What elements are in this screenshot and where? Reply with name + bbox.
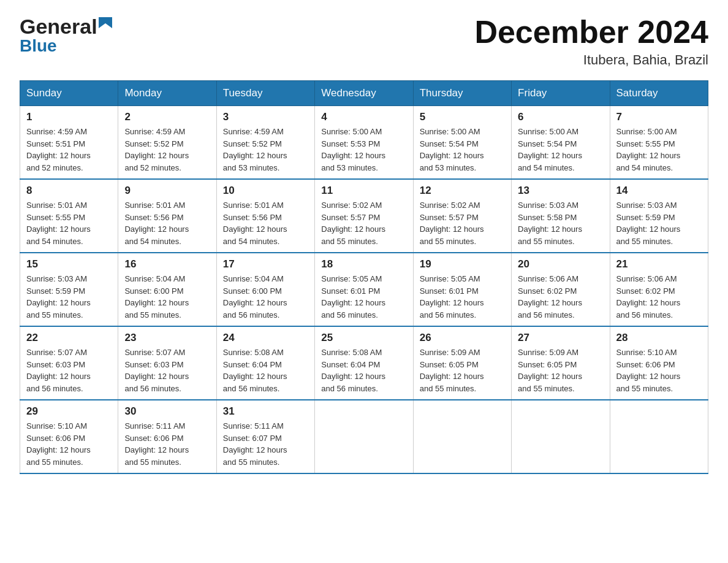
day-number: 22	[26, 332, 112, 344]
day-info: Sunrise: 5:11 AM Sunset: 6:06 PM Dayligh…	[124, 420, 210, 468]
day-info: Sunrise: 5:00 AM Sunset: 5:55 PM Dayligh…	[616, 126, 702, 174]
day-info: Sunrise: 5:00 AM Sunset: 5:53 PM Dayligh…	[321, 126, 406, 174]
logo-blue-text: Blue	[20, 36, 57, 55]
day-number: 12	[420, 185, 505, 197]
day-number: 4	[321, 111, 406, 123]
day-info: Sunrise: 5:10 AM Sunset: 6:06 PM Dayligh…	[616, 347, 702, 394]
table-row: 1Sunrise: 4:59 AM Sunset: 5:51 PM Daylig…	[20, 106, 118, 180]
day-info: Sunrise: 5:03 AM Sunset: 5:59 PM Dayligh…	[26, 273, 112, 321]
day-number: 10	[223, 185, 308, 197]
table-row: 15Sunrise: 5:03 AM Sunset: 5:59 PM Dayli…	[20, 253, 118, 326]
logo-general-text: General	[20, 15, 97, 39]
table-row: 19Sunrise: 5:05 AM Sunset: 6:01 PM Dayli…	[413, 253, 511, 326]
day-info: Sunrise: 4:59 AM Sunset: 5:51 PM Dayligh…	[26, 126, 112, 174]
table-row: 23Sunrise: 5:07 AM Sunset: 6:03 PM Dayli…	[118, 326, 216, 400]
table-row: 5Sunrise: 5:00 AM Sunset: 5:54 PM Daylig…	[413, 106, 511, 180]
day-number: 7	[616, 111, 702, 123]
day-number: 2	[124, 111, 210, 123]
day-number: 5	[420, 111, 505, 123]
table-row: 30Sunrise: 5:11 AM Sunset: 6:06 PM Dayli…	[118, 400, 216, 473]
day-info: Sunrise: 4:59 AM Sunset: 5:52 PM Dayligh…	[124, 126, 210, 174]
day-info: Sunrise: 5:00 AM Sunset: 5:54 PM Dayligh…	[420, 126, 505, 174]
day-info: Sunrise: 5:04 AM Sunset: 6:00 PM Dayligh…	[124, 273, 210, 321]
day-info: Sunrise: 5:06 AM Sunset: 6:02 PM Dayligh…	[616, 273, 702, 321]
day-number: 27	[518, 332, 603, 344]
table-row	[512, 400, 610, 473]
day-number: 6	[518, 111, 603, 123]
table-row: 27Sunrise: 5:09 AM Sunset: 6:05 PM Dayli…	[512, 326, 610, 400]
day-number: 19	[420, 258, 505, 270]
day-info: Sunrise: 5:11 AM Sunset: 6:07 PM Dayligh…	[223, 420, 308, 468]
day-number: 25	[321, 332, 406, 344]
day-number: 31	[223, 405, 308, 418]
svg-marker-0	[99, 17, 112, 28]
day-info: Sunrise: 5:00 AM Sunset: 5:54 PM Dayligh…	[518, 126, 603, 174]
day-number: 28	[616, 332, 702, 344]
day-info: Sunrise: 5:05 AM Sunset: 6:01 PM Dayligh…	[321, 273, 406, 321]
table-row: 9Sunrise: 5:01 AM Sunset: 5:56 PM Daylig…	[118, 179, 216, 253]
table-row: 22Sunrise: 5:07 AM Sunset: 6:03 PM Dayli…	[20, 326, 118, 400]
day-number: 17	[223, 258, 308, 270]
page-header: General Blue December 2024 Itubera, Bahi…	[20, 15, 708, 68]
day-info: Sunrise: 5:10 AM Sunset: 6:06 PM Dayligh…	[26, 420, 112, 468]
table-row: 31Sunrise: 5:11 AM Sunset: 6:07 PM Dayli…	[216, 400, 314, 473]
table-row: 2Sunrise: 4:59 AM Sunset: 5:52 PM Daylig…	[118, 106, 216, 180]
day-info: Sunrise: 5:03 AM Sunset: 5:58 PM Dayligh…	[518, 199, 603, 247]
table-row: 14Sunrise: 5:03 AM Sunset: 5:59 PM Dayli…	[610, 179, 708, 253]
day-info: Sunrise: 5:01 AM Sunset: 5:56 PM Dayligh…	[223, 199, 308, 247]
calendar-header-row: Sunday Monday Tuesday Wednesday Thursday…	[20, 81, 708, 106]
table-row: 16Sunrise: 5:04 AM Sunset: 6:00 PM Dayli…	[118, 253, 216, 326]
table-row: 25Sunrise: 5:08 AM Sunset: 6:04 PM Dayli…	[315, 326, 413, 400]
day-number: 23	[124, 332, 210, 344]
calendar-week-row: 1Sunrise: 4:59 AM Sunset: 5:51 PM Daylig…	[20, 106, 708, 180]
table-row: 18Sunrise: 5:05 AM Sunset: 6:01 PM Dayli…	[315, 253, 413, 326]
day-number: 1	[26, 111, 112, 123]
day-info: Sunrise: 5:08 AM Sunset: 6:04 PM Dayligh…	[321, 347, 406, 394]
table-row: 8Sunrise: 5:01 AM Sunset: 5:55 PM Daylig…	[20, 179, 118, 253]
day-info: Sunrise: 5:05 AM Sunset: 6:01 PM Dayligh…	[420, 273, 505, 321]
calendar-title: December 2024	[474, 15, 708, 50]
table-row	[315, 400, 413, 473]
logo: General Blue	[20, 15, 115, 56]
day-info: Sunrise: 5:07 AM Sunset: 6:03 PM Dayligh…	[26, 347, 112, 394]
header-thursday: Thursday	[413, 81, 511, 106]
table-row: 20Sunrise: 5:06 AM Sunset: 6:02 PM Dayli…	[512, 253, 610, 326]
day-info: Sunrise: 5:02 AM Sunset: 5:57 PM Dayligh…	[321, 199, 406, 247]
table-row: 13Sunrise: 5:03 AM Sunset: 5:58 PM Dayli…	[512, 179, 610, 253]
day-number: 16	[124, 258, 210, 270]
table-row: 10Sunrise: 5:01 AM Sunset: 5:56 PM Dayli…	[216, 179, 314, 253]
day-number: 11	[321, 185, 406, 197]
day-number: 8	[26, 185, 112, 197]
table-row: 3Sunrise: 4:59 AM Sunset: 5:52 PM Daylig…	[216, 106, 314, 180]
calendar-subtitle: Itubera, Bahia, Brazil	[474, 52, 708, 68]
day-number: 30	[124, 405, 210, 418]
day-info: Sunrise: 5:08 AM Sunset: 6:04 PM Dayligh…	[223, 347, 308, 394]
day-info: Sunrise: 5:01 AM Sunset: 5:56 PM Dayligh…	[124, 199, 210, 247]
table-row: 12Sunrise: 5:02 AM Sunset: 5:57 PM Dayli…	[413, 179, 511, 253]
day-info: Sunrise: 4:59 AM Sunset: 5:52 PM Dayligh…	[223, 126, 308, 174]
table-row: 26Sunrise: 5:09 AM Sunset: 6:05 PM Dayli…	[413, 326, 511, 400]
logo-flag-icon	[99, 17, 115, 34]
day-number: 14	[616, 185, 702, 197]
table-row: 29Sunrise: 5:10 AM Sunset: 6:06 PM Dayli…	[20, 400, 118, 473]
day-number: 26	[420, 332, 505, 344]
table-row: 11Sunrise: 5:02 AM Sunset: 5:57 PM Dayli…	[315, 179, 413, 253]
table-row: 6Sunrise: 5:00 AM Sunset: 5:54 PM Daylig…	[512, 106, 610, 180]
header-sunday: Sunday	[20, 81, 118, 106]
day-number: 24	[223, 332, 308, 344]
table-row: 24Sunrise: 5:08 AM Sunset: 6:04 PM Dayli…	[216, 326, 314, 400]
header-wednesday: Wednesday	[315, 81, 413, 106]
day-number: 15	[26, 258, 112, 270]
day-info: Sunrise: 5:09 AM Sunset: 6:05 PM Dayligh…	[420, 347, 505, 394]
table-row	[610, 400, 708, 473]
day-number: 29	[26, 405, 112, 418]
calendar-week-row: 15Sunrise: 5:03 AM Sunset: 5:59 PM Dayli…	[20, 253, 708, 326]
day-number: 13	[518, 185, 603, 197]
day-info: Sunrise: 5:06 AM Sunset: 6:02 PM Dayligh…	[518, 273, 603, 321]
day-info: Sunrise: 5:02 AM Sunset: 5:57 PM Dayligh…	[420, 199, 505, 247]
day-number: 20	[518, 258, 603, 270]
table-row: 28Sunrise: 5:10 AM Sunset: 6:06 PM Dayli…	[610, 326, 708, 400]
day-number: 18	[321, 258, 406, 270]
day-info: Sunrise: 5:03 AM Sunset: 5:59 PM Dayligh…	[616, 199, 702, 247]
header-monday: Monday	[118, 81, 216, 106]
